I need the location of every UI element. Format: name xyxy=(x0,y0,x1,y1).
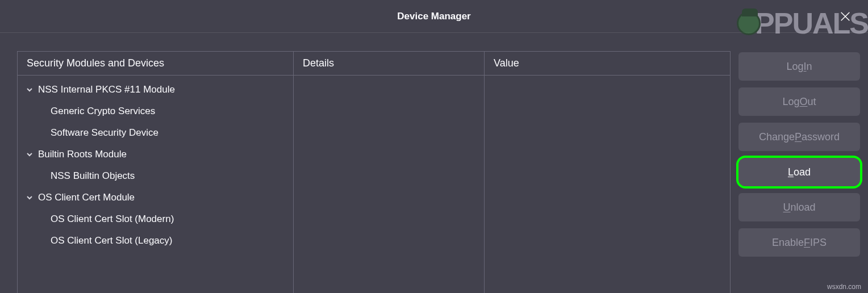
content-area: Security Modules and Devices NSS Interna… xyxy=(17,51,860,293)
watermark-logo: PPUALS xyxy=(737,0,868,47)
tree-device[interactable]: NSS Builtin Objects xyxy=(18,165,293,187)
tree-device-label: Generic Crypto Services xyxy=(51,106,155,116)
tree-module-label: NSS Internal PKCS #11 Module xyxy=(38,84,175,95)
tree-module-label: OS Client Cert Module xyxy=(38,192,135,203)
details-body xyxy=(294,76,484,82)
source-credit: wsxdn.com xyxy=(827,283,861,291)
load-button[interactable]: Load xyxy=(738,158,860,186)
chevron-down-icon xyxy=(26,86,34,94)
login-button: Log In xyxy=(738,52,860,81)
tree-device[interactable]: OS Client Cert Slot (Legacy) xyxy=(18,230,293,252)
tree-device-label: OS Client Cert Slot (Legacy) xyxy=(51,235,172,246)
tree-device-label: OS Client Cert Slot (Modern) xyxy=(51,214,174,224)
change-password-button: Change Password xyxy=(738,123,860,151)
modules-column-header[interactable]: Security Modules and Devices xyxy=(18,52,293,76)
logout-button: Log Out xyxy=(738,87,860,116)
action-buttons: Log In Log Out Change Password Load Unlo… xyxy=(738,51,860,293)
chevron-down-icon xyxy=(26,194,34,202)
details-column-header[interactable]: Details xyxy=(294,52,484,76)
tree-device[interactable]: OS Client Cert Slot (Modern) xyxy=(18,208,293,230)
tree-module[interactable]: OS Client Cert Module xyxy=(18,187,293,208)
details-column: Details xyxy=(294,52,485,293)
tree-device-label: NSS Builtin Objects xyxy=(51,170,135,181)
value-column-header[interactable]: Value xyxy=(485,52,730,76)
title-bar: Device Manager PPUALS xyxy=(0,0,868,33)
data-panels: Security Modules and Devices NSS Interna… xyxy=(17,51,731,293)
tree-module[interactable]: NSS Internal PKCS #11 Module xyxy=(18,79,293,101)
unload-button: Unload xyxy=(738,193,860,221)
close-icon xyxy=(839,10,852,23)
tree-module[interactable]: Builtin Roots Module xyxy=(18,144,293,165)
value-column: Value xyxy=(485,52,730,293)
window-title: Device Manager xyxy=(397,11,470,22)
modules-column: Security Modules and Devices NSS Interna… xyxy=(18,52,294,293)
close-button[interactable] xyxy=(838,10,852,23)
tree-device-label: Software Security Device xyxy=(51,127,158,138)
value-body xyxy=(485,76,730,82)
enable-fips-button: Enable FIPS xyxy=(738,228,860,257)
modules-tree: NSS Internal PKCS #11 Module Generic Cry… xyxy=(18,76,293,255)
tree-device[interactable]: Generic Crypto Services xyxy=(18,101,293,122)
chevron-down-icon xyxy=(26,150,34,158)
tree-device[interactable]: Software Security Device xyxy=(18,122,293,144)
tree-module-label: Builtin Roots Module xyxy=(38,149,127,160)
